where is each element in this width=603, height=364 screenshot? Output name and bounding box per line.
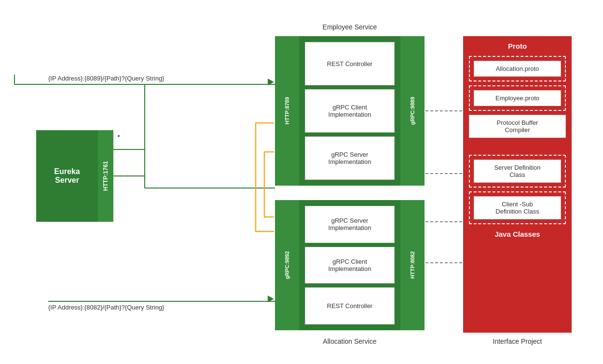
eureka-server-label: EurekaServer [36, 130, 98, 222]
allocation-grpc-server: gRPC ServerImplementation [305, 206, 395, 243]
server-definition-dashed: Server DefinitionClass [469, 155, 566, 188]
interface-project-box: Proto Allocation.proto Employee.proto Pr… [463, 36, 572, 333]
allocation-proto-box: Allocation.proto [474, 61, 561, 77]
eureka-port-label: HTTP:1761 [98, 130, 113, 222]
allocation-grpc-client: gRPC ClientImplementation [305, 247, 395, 284]
allocation-rest-controller: REST Controller [305, 287, 395, 324]
allocation-service-box: gRPC:9892 gRPC ServerImplementation gRPC… [275, 200, 425, 330]
employee-proto-box: Employee.proto [474, 90, 561, 106]
proto-title: Proto [469, 42, 566, 50]
employee-service-box: HTTP:8789 REST Controller gRPC ClientImp… [275, 36, 425, 186]
employee-service-label: Employee Service [275, 23, 425, 31]
java-classes-spacer: — [469, 144, 566, 151]
allocation-port-bottom: HTTP:8082 [400, 200, 425, 330]
employee-service-inner: REST Controller gRPC ClientImplementatio… [299, 36, 400, 186]
allocation-port-mid: gRPC:9892 [275, 200, 299, 330]
svg-marker-13 [268, 79, 274, 85]
svg-marker-14 [268, 296, 274, 302]
protocol-buffer-compiler: Protocol BufferCompiler [469, 115, 566, 138]
client-sub-definition-box: Client -SubDefinition Class [474, 196, 561, 219]
allocation-proto-dashed: Allocation.proto [469, 56, 566, 81]
eureka-server-box: EurekaServer HTTP:1761 [36, 130, 113, 222]
client-sub-dashed: Client -SubDefinition Class [469, 191, 566, 224]
allocation-service-inner: gRPC ServerImplementation gRPC ClientImp… [299, 200, 400, 330]
diagram-container: {IP Address}:{8089}/{Path}?{Query String… [0, 0, 603, 364]
employee-grpc-server: gRPC ServerImplementation [305, 136, 395, 180]
java-classes-title: Java Classes [469, 230, 566, 238]
employee-port-top: HTTP:8789 [275, 36, 299, 186]
top-request-label: {IP Address}:{8089}/{Path}?{Query String… [48, 75, 164, 82]
employee-grpc-client: gRPC ClientImplementation [305, 89, 395, 133]
dot-decoration [118, 135, 120, 137]
employee-rest-controller: REST Controller [305, 42, 395, 85]
server-definition-box: Server DefinitionClass [474, 160, 561, 183]
allocation-service-label: Allocation Service [275, 337, 425, 345]
employee-proto-dashed: Employee.proto [469, 85, 566, 111]
interface-project-label: Interface Project [463, 337, 572, 345]
bottom-request-label: {IP Address}:{8082}/{Path}?{Query String… [48, 304, 164, 311]
employee-port-mid: gRPC:9889 [400, 36, 425, 186]
